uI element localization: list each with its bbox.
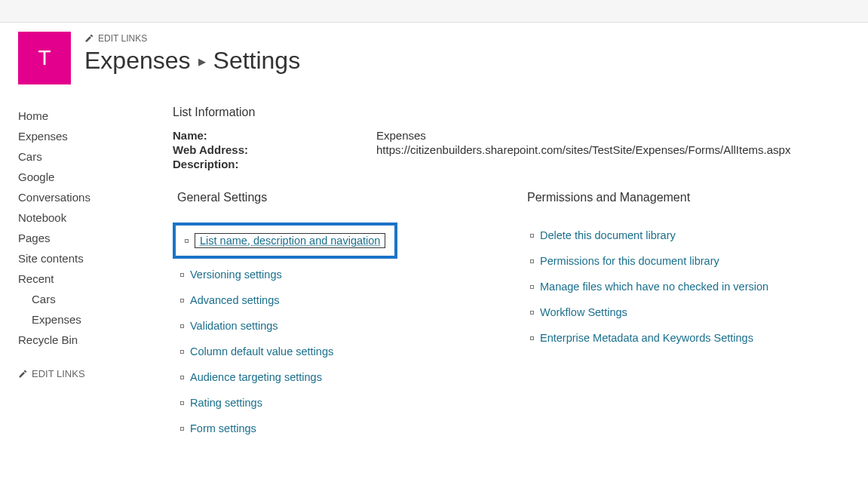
breadcrumb-caret-icon: ▸ — [198, 54, 206, 69]
sidebar-item-recycle-bin[interactable]: Recycle Bin — [18, 330, 143, 350]
bullet-icon — [180, 427, 184, 431]
info-row-web-address: Web Address: https://citizenbuilders.sha… — [173, 143, 850, 157]
setting-item: Delete this document library — [523, 223, 850, 248]
bullet-icon — [180, 273, 184, 277]
setting-item: Rating settings — [173, 390, 500, 416]
setting-item-highlighted: List name, description and navigation — [173, 223, 397, 259]
link-validation-settings[interactable]: Validation settings — [190, 320, 278, 332]
setting-item: Advanced settings — [173, 287, 500, 313]
link-manage-files-no-checked-in-version[interactable]: Manage files which have no checked in ve… — [540, 281, 768, 293]
setting-item: Permissions for this document library — [523, 248, 850, 274]
general-settings-column: General Settings List name, description … — [173, 191, 500, 441]
main-content: List Information Name: Expenses Web Addr… — [173, 106, 850, 441]
permissions-management-title: Permissions and Management — [523, 191, 850, 204]
bullet-icon — [530, 285, 534, 289]
body: Home Expenses Cars Google Conversations … — [18, 106, 850, 441]
permissions-management-list: Delete this document library Permissions… — [523, 223, 850, 351]
sidebar-item-recent[interactable]: Recent — [18, 269, 143, 289]
info-label-description: Description: — [173, 158, 376, 170]
bullet-icon — [180, 299, 184, 302]
bullet-icon — [180, 376, 184, 379]
list-information-heading: List Information — [173, 106, 850, 119]
setting-item: Audience targeting settings — [173, 364, 500, 390]
link-list-name-description-navigation[interactable]: List name, description and navigation — [195, 233, 385, 248]
info-label-web-address: Web Address: — [173, 143, 376, 156]
edit-links-bottom[interactable]: EDIT LINKS — [18, 368, 143, 379]
pencil-icon — [84, 34, 94, 43]
link-audience-targeting-settings[interactable]: Audience targeting settings — [190, 371, 322, 383]
list-information-section: List Information Name: Expenses Web Addr… — [173, 106, 850, 171]
bullet-icon — [530, 234, 534, 238]
pencil-icon — [18, 370, 27, 379]
suite-bar — [0, 0, 868, 23]
sidebar-item-notebook[interactable]: Notebook — [18, 207, 143, 228]
setting-item: Manage files which have no checked in ve… — [523, 274, 850, 299]
edit-links-top[interactable]: EDIT LINKS — [84, 33, 300, 44]
link-workflow-settings[interactable]: Workflow Settings — [540, 306, 627, 318]
info-label-name: Name: — [173, 129, 376, 142]
edit-links-label: EDIT LINKS — [32, 368, 85, 379]
setting-item: Workflow Settings — [523, 299, 850, 325]
sidebar-item-cars[interactable]: Cars — [18, 146, 143, 167]
link-permissions-for-document-library[interactable]: Permissions for this document library — [540, 255, 719, 267]
edit-links-label: EDIT LINKS — [98, 33, 147, 44]
info-row-description: Description: — [173, 157, 850, 171]
bullet-icon — [185, 239, 189, 243]
breadcrumb-site[interactable]: Expenses — [84, 47, 191, 75]
bullet-icon — [530, 336, 534, 340]
bullet-icon — [530, 259, 534, 263]
sidebar-item-pages[interactable]: Pages — [18, 228, 143, 248]
sidebar-item-home[interactable]: Home — [18, 106, 143, 126]
setting-item: Enterprise Metadata and Keywords Setting… — [523, 325, 850, 351]
link-delete-document-library[interactable]: Delete this document library — [540, 229, 676, 241]
header-text: EDIT LINKS Expenses ▸ Settings — [84, 33, 300, 75]
info-value-web-address: https://citizenbuilders.sharepoint.com/s… — [376, 143, 790, 156]
link-enterprise-metadata-keywords-settings[interactable]: Enterprise Metadata and Keywords Setting… — [540, 332, 753, 344]
breadcrumb-page: Settings — [213, 47, 301, 75]
bullet-icon — [180, 324, 184, 328]
link-form-settings[interactable]: Form settings — [190, 422, 256, 434]
bullet-icon — [530, 311, 534, 315]
page: T EDIT LINKS Expenses ▸ Settings Home Ex… — [0, 23, 868, 459]
page-header: T EDIT LINKS Expenses ▸ Settings — [18, 32, 850, 84]
link-column-default-value-settings[interactable]: Column default value settings — [190, 345, 333, 358]
quick-launch-sidebar: Home Expenses Cars Google Conversations … — [18, 106, 143, 441]
link-versioning-settings[interactable]: Versioning settings — [190, 269, 282, 281]
settings-columns: General Settings List name, description … — [173, 191, 850, 441]
info-row-name: Name: Expenses — [173, 128, 850, 143]
setting-item: Column default value settings — [173, 339, 500, 364]
general-settings-title: General Settings — [173, 191, 500, 204]
sidebar-item-site-contents[interactable]: Site contents — [18, 248, 143, 269]
permissions-management-column: Permissions and Management Delete this d… — [523, 191, 850, 441]
link-rating-settings[interactable]: Rating settings — [190, 397, 262, 409]
sidebar-item-conversations[interactable]: Conversations — [18, 187, 143, 207]
site-logo-tile[interactable]: T — [18, 32, 71, 84]
general-settings-list: List name, description and navigation Ve… — [173, 223, 500, 441]
setting-item: Versioning settings — [173, 262, 500, 287]
bullet-icon — [180, 401, 184, 405]
setting-item: Form settings — [173, 416, 500, 441]
sidebar-item-google[interactable]: Google — [18, 167, 143, 187]
bullet-icon — [180, 350, 184, 354]
breadcrumb: Expenses ▸ Settings — [84, 47, 300, 75]
sidebar-item-recent-expenses[interactable]: Expenses — [18, 309, 143, 330]
sidebar-item-recent-cars[interactable]: Cars — [18, 289, 143, 309]
sidebar-item-expenses[interactable]: Expenses — [18, 126, 143, 146]
info-value-name: Expenses — [376, 129, 426, 142]
site-logo-letter: T — [38, 46, 51, 70]
link-advanced-settings[interactable]: Advanced settings — [190, 294, 280, 306]
setting-item: Validation settings — [173, 313, 500, 339]
